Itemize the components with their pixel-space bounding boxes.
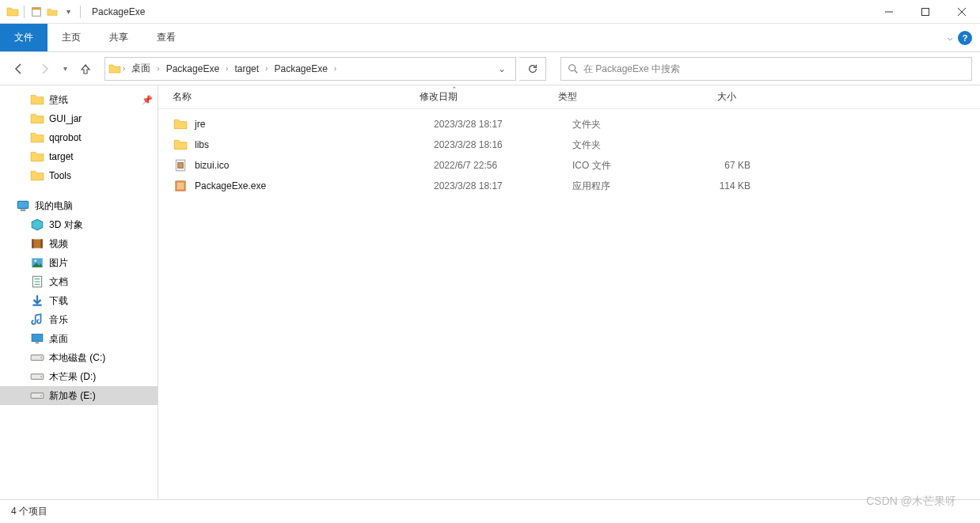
sidebar-item-label: 文档 xyxy=(49,275,68,289)
download-icon xyxy=(30,294,44,308)
search-box[interactable] xyxy=(560,57,972,81)
sidebar-thispc-item[interactable]: 视频 xyxy=(0,234,158,253)
column-name[interactable]: 名称 xyxy=(158,90,420,104)
svg-rect-21 xyxy=(36,343,40,344)
title-bar: ▾ PackageExe xyxy=(0,0,980,24)
sidebar-thispc-item[interactable]: 木芒果 (D:) xyxy=(0,367,158,386)
sidebar-quick-item[interactable]: 壁纸📌 xyxy=(0,90,158,109)
ribbon-tabs: 文件 主页 共享 查看 ⌵ ? xyxy=(0,24,980,52)
file-type: 应用程序 xyxy=(572,180,695,193)
folder-icon xyxy=(30,112,44,126)
recent-dropdown-icon[interactable]: ▾ xyxy=(59,58,71,80)
ribbon-expand-icon[interactable]: ⌵ xyxy=(948,32,953,43)
file-date: 2023/3/28 18:17 xyxy=(434,119,572,130)
sidebar-thispc-item[interactable]: 图片 xyxy=(0,253,158,272)
sidebar-thispc[interactable]: 我的电脑 xyxy=(0,196,158,215)
sidebar-item-label: 壁纸 xyxy=(49,93,68,107)
address-folder-icon xyxy=(108,63,121,75)
app-folder-icon xyxy=(6,6,19,18)
picture-icon xyxy=(30,256,44,270)
breadcrumb-chevron-icon[interactable]: › xyxy=(155,64,161,73)
drive-icon xyxy=(30,388,44,403)
qat-new-folder-icon[interactable] xyxy=(45,5,59,19)
file-row[interactable]: libs 2023/3/28 18:16 文件夹 xyxy=(158,135,980,155)
sidebar-thispc-item[interactable]: 音乐 xyxy=(0,310,158,329)
tab-share[interactable]: 共享 xyxy=(95,24,142,51)
folder-icon xyxy=(173,137,188,153)
sidebar-quick-item[interactable]: GUI_jar xyxy=(0,109,158,128)
svg-rect-3 xyxy=(922,8,929,15)
column-date[interactable]: 修改日期 xyxy=(420,90,558,104)
file-date: 2022/6/7 22:56 xyxy=(434,160,572,171)
sidebar-item-label: 我的电脑 xyxy=(35,199,73,213)
breadcrumb-item[interactable]: PackageExe xyxy=(161,58,224,80)
status-bar: 4 个项目 xyxy=(0,499,980,523)
sidebar-thispc-item[interactable]: 文档 xyxy=(0,272,158,291)
breadcrumb-item[interactable]: PackageExe xyxy=(269,58,332,80)
sidebar-thispc-item[interactable]: 新加卷 (E:) xyxy=(0,386,158,405)
sidebar-thispc-item[interactable]: 3D 对象 xyxy=(0,215,158,234)
breadcrumb-chevron-icon[interactable]: › xyxy=(264,64,269,73)
qat-properties-icon[interactable] xyxy=(29,5,44,19)
sidebar-item-label: 新加卷 (E:) xyxy=(49,389,96,403)
file-row[interactable]: PackageExe.exe 2023/3/28 18:17 应用程序 114 … xyxy=(158,176,980,196)
tab-home[interactable]: 主页 xyxy=(47,24,95,51)
svg-point-6 xyxy=(569,64,575,70)
file-type: 文件夹 xyxy=(572,118,695,131)
window-controls xyxy=(871,0,980,24)
svg-line-7 xyxy=(575,70,578,73)
breadcrumb-chevron-icon[interactable]: › xyxy=(121,64,127,73)
address-bar[interactable]: › 桌面 › PackageExe › target › PackageExe … xyxy=(104,57,516,81)
desktop-icon xyxy=(30,332,44,346)
svg-rect-8 xyxy=(17,201,28,208)
sidebar-thispc-item[interactable]: 本地磁盘 (C:) xyxy=(0,348,158,367)
file-size: 67 KB xyxy=(695,160,766,171)
svg-rect-11 xyxy=(32,239,33,248)
sidebar-item-label: target xyxy=(49,151,74,162)
navigation-bar: ▾ › 桌面 › PackageExe › target › PackageEx… xyxy=(0,52,980,85)
sidebar-item-label: 本地磁盘 (C:) xyxy=(49,351,105,365)
minimize-button[interactable] xyxy=(871,0,907,24)
navigation-sidebar: 壁纸📌GUI_jarqqrobottargetTools我的电脑3D 对象视频图… xyxy=(0,85,158,499)
maximize-button[interactable] xyxy=(907,0,944,24)
help-icon[interactable]: ? xyxy=(958,31,972,45)
qat-dropdown-icon[interactable]: ▾ xyxy=(61,5,75,19)
file-rows: jre 2023/3/28 18:17 文件夹 libs 2023/3/28 1… xyxy=(158,109,980,499)
close-button[interactable] xyxy=(944,0,980,24)
breadcrumb-chevron-icon[interactable]: › xyxy=(224,64,230,73)
sidebar-thispc-item[interactable]: 桌面 xyxy=(0,329,158,348)
file-list-pane: ⌃ 名称 修改日期 类型 大小 jre 2023/3/28 18:17 文件夹 … xyxy=(158,85,980,499)
svg-point-25 xyxy=(40,376,42,377)
column-size[interactable]: 大小 xyxy=(681,90,752,104)
file-name: PackageExe.exe xyxy=(195,180,434,191)
folder-icon xyxy=(173,116,188,132)
file-name: libs xyxy=(195,139,434,150)
breadcrumb-item[interactable]: target xyxy=(230,58,264,80)
ribbon-right: ⌵ ? xyxy=(948,24,980,51)
column-headers: 名称 修改日期 类型 大小 xyxy=(158,85,980,109)
up-button[interactable] xyxy=(74,58,97,80)
sidebar-item-label: 木芒果 (D:) xyxy=(49,370,96,384)
sidebar-item-label: GUI_jar xyxy=(49,113,82,124)
svg-point-23 xyxy=(40,357,42,358)
refresh-button[interactable] xyxy=(519,57,546,81)
sidebar-quick-item[interactable]: Tools xyxy=(0,166,158,185)
file-size: 114 KB xyxy=(695,180,766,191)
sidebar-quick-item[interactable]: target xyxy=(0,147,158,166)
window-title: PackageExe xyxy=(92,6,145,17)
search-input[interactable] xyxy=(583,63,965,74)
sidebar-thispc-item[interactable]: 下载 xyxy=(0,291,158,310)
tab-file[interactable]: 文件 xyxy=(0,24,47,51)
sidebar-quick-item[interactable]: qqrobot xyxy=(0,128,158,147)
tab-view[interactable]: 查看 xyxy=(142,24,190,51)
forward-button[interactable] xyxy=(33,58,55,80)
breadcrumb-item[interactable]: 桌面 xyxy=(127,58,155,80)
file-row[interactable]: jre 2023/3/28 18:17 文件夹 xyxy=(158,114,980,135)
column-type[interactable]: 类型 xyxy=(558,90,681,104)
address-dropdown-icon[interactable]: ⌄ xyxy=(492,63,512,74)
folder-icon xyxy=(30,150,44,164)
breadcrumb-chevron-icon[interactable]: › xyxy=(332,64,338,73)
sidebar-item-label: 音乐 xyxy=(49,313,68,327)
file-row[interactable]: bizui.ico 2022/6/7 22:56 ICO 文件 67 KB xyxy=(158,155,980,176)
back-button[interactable] xyxy=(8,58,30,80)
